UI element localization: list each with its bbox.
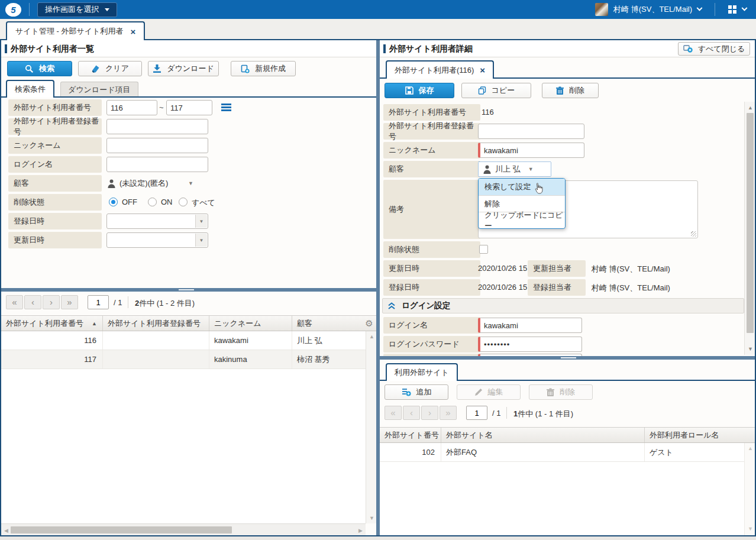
customer-select[interactable]: (未設定)(匿名) — [108, 176, 168, 191]
registration-number-input[interactable] — [106, 119, 208, 134]
chevron-down-icon[interactable]: ▼ — [188, 180, 193, 186]
screen-select-button[interactable]: 操作画面を選択 — [37, 2, 117, 17]
workspace-tab[interactable]: サイト管理 - 外部サイト利用者 × — [6, 21, 145, 40]
textarea-resize-grip[interactable] — [691, 231, 696, 237]
scroll-left-icon[interactable]: ◀ — [4, 528, 8, 533]
cell-registration-number — [103, 350, 209, 368]
list-vertical-scrollbar[interactable]: ▲ ▼ — [366, 331, 376, 523]
page-next-button[interactable]: › — [421, 406, 438, 420]
col-header-site-number[interactable]: 外部サイト番号 — [380, 428, 441, 442]
page-last-button[interactable]: » — [61, 295, 78, 309]
col-header-role-name[interactable]: 外部利用者ロール名 — [645, 428, 745, 442]
panel-splitter[interactable] — [376, 40, 380, 535]
download-button[interactable]: ダウンロード — [148, 61, 219, 76]
edit-button-label: 編集 — [488, 387, 503, 397]
search-button[interactable]: 検索 — [7, 61, 72, 76]
updated-at-combo[interactable]: ▼ — [106, 232, 208, 248]
list-panel-header: 外部サイト利用者一覧 — [1, 40, 376, 57]
registered-at-combo[interactable]: ▼ — [106, 214, 208, 229]
screen-select-label: 操作画面を選択 — [45, 4, 99, 15]
col-header-nickname[interactable]: ニックネーム — [209, 316, 292, 331]
detail-splitter[interactable] — [380, 356, 755, 360]
detail-vertical-scrollbar[interactable]: ▲ ▼ — [744, 102, 755, 355]
table-row[interactable]: 117 kakinuma 柿沼 基秀 — [1, 350, 366, 369]
registration-number-input[interactable] — [478, 124, 584, 139]
delete-button[interactable]: 削除 — [542, 83, 599, 98]
login-settings-section-header[interactable]: ログイン設定 — [382, 298, 744, 313]
cell-user-number: 117 — [1, 350, 103, 368]
apps-grid-icon[interactable] — [728, 5, 737, 14]
list-splitter[interactable] — [1, 288, 376, 292]
scroll-up-icon[interactable]: ▲ — [748, 445, 753, 451]
close-tab-icon[interactable]: × — [130, 27, 135, 36]
list-horizontal-scrollbar[interactable]: ◀ ▶ — [1, 523, 366, 535]
scrollbar-thumb[interactable] — [11, 526, 232, 533]
tab-download-items[interactable]: ダウンロード項目 — [60, 82, 138, 97]
title-accent — [383, 44, 386, 53]
column-settings-gear-icon[interactable]: ⚙ — [362, 316, 376, 331]
chevron-down-icon[interactable] — [697, 5, 703, 11]
close-tab-icon[interactable]: × — [480, 66, 485, 75]
scrollbar-thumb[interactable] — [747, 113, 754, 333]
menu-item-copy-to-clipboard[interactable]: クリップボードにコピー — [479, 212, 565, 228]
login-password-input[interactable] — [478, 337, 582, 352]
copy-button[interactable]: コピー — [461, 83, 531, 98]
page-first-button[interactable]: « — [385, 406, 402, 420]
menu-item-search-and-set[interactable]: 検索して設定 — [479, 179, 565, 195]
scroll-down-icon[interactable]: ▼ — [748, 526, 753, 532]
table-row[interactable]: 102 外部FAQ ゲスト — [380, 443, 745, 462]
combo-caret-icon[interactable]: ▼ — [195, 215, 207, 228]
login-name-input[interactable] — [106, 157, 208, 172]
field-label-user-number: 外部サイト利用者番号 — [8, 99, 102, 116]
add-button[interactable]: 追加 — [385, 384, 448, 400]
close-all-button[interactable]: すべて閉じる — [678, 42, 750, 56]
col-header-registration-number[interactable]: 外部サイト利用者登録番号 — [103, 316, 209, 331]
user-number-to-input[interactable] — [166, 100, 212, 115]
user-avatar[interactable] — [595, 3, 608, 16]
page-prev-button[interactable]: ‹ — [24, 295, 41, 309]
page-number-input[interactable] — [466, 406, 487, 420]
detail-tab[interactable]: 外部サイト利用者(116) × — [386, 60, 494, 79]
radio-delete-on[interactable] — [148, 198, 157, 206]
splitter-handle[interactable] — [561, 357, 576, 358]
list-select-icon[interactable] — [221, 104, 231, 111]
page-next-button[interactable]: › — [43, 295, 60, 309]
tab-used-external-sites[interactable]: 利用外部サイト — [386, 363, 458, 381]
edit-button[interactable]: 編集 — [457, 384, 521, 400]
nickname-input[interactable] — [106, 138, 208, 153]
user-name[interactable]: 村崎 博(SV、TEL/Mail) — [613, 4, 692, 15]
col-header-user-number[interactable]: 外部サイト利用者番号 ▲ — [1, 316, 103, 331]
scroll-right-icon[interactable]: ▶ — [358, 528, 363, 533]
table-row[interactable]: 116 kawakami 川上 弘 — [1, 331, 366, 350]
app-logo[interactable]: 5 — [5, 3, 21, 17]
page-last-button[interactable]: » — [440, 406, 457, 420]
col-header-label: 外部サイト利用者登録番号 — [108, 318, 201, 329]
sites-vertical-scrollbar[interactable]: ▲ ▼ — [744, 443, 755, 535]
page-number-input[interactable] — [88, 295, 109, 309]
col-header-site-name[interactable]: 外部サイト名 — [441, 428, 645, 442]
radio-delete-off[interactable] — [109, 198, 118, 206]
save-button[interactable]: 保存 — [385, 83, 454, 98]
radio-delete-all[interactable] — [179, 198, 188, 206]
page-prev-button[interactable]: ‹ — [403, 406, 420, 420]
chevron-down-icon[interactable] — [742, 5, 748, 11]
scroll-up-icon[interactable]: ▲ — [369, 334, 374, 339]
delete-status-checkbox[interactable] — [479, 245, 488, 254]
login-name-input[interactable] — [478, 318, 582, 333]
nickname-input[interactable] — [478, 143, 584, 158]
user-number-from-input[interactable] — [106, 100, 157, 115]
customer-select[interactable]: 川上 弘 ▼ — [478, 161, 551, 177]
splitter-handle[interactable] — [179, 289, 194, 290]
tab-search-conditions[interactable]: 検索条件 — [6, 80, 54, 98]
tab-used-external-sites-label: 利用外部サイト — [395, 367, 449, 378]
create-new-button[interactable]: 新規作成 — [231, 61, 296, 76]
delete-site-button[interactable]: 削除 — [529, 384, 593, 400]
scroll-down-icon[interactable]: ▼ — [748, 346, 753, 352]
download-icon — [153, 64, 161, 73]
scroll-up-icon[interactable]: ▲ — [748, 105, 753, 111]
col-header-customer[interactable]: 顧客 — [292, 316, 362, 331]
combo-caret-icon[interactable]: ▼ — [195, 234, 207, 247]
page-first-button[interactable]: « — [6, 295, 23, 309]
scroll-down-icon[interactable]: ▼ — [369, 515, 374, 521]
clear-button[interactable]: クリア — [78, 61, 142, 76]
